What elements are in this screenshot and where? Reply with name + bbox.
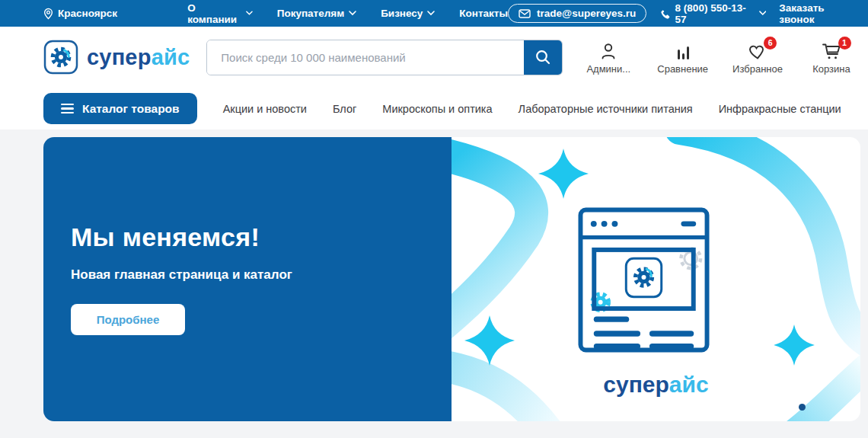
nav-link-blog[interactable]: Блог [333,103,356,115]
sparkle-icon [774,325,815,366]
city-label: Красноярск [58,8,117,19]
compare-label: Сравнение [657,63,708,75]
search-icon [535,49,551,66]
header-action-favorites[interactable]: 6 Избранное [732,40,783,75]
decorative-dot [799,404,806,411]
banner-text-panel: Мы меняемся! Новая главная страница и ка… [43,137,452,421]
sparkle-icon [538,149,589,199]
email-text: trade@supereyes.ru [537,8,636,19]
header-action-compare[interactable]: Сравнение [657,40,708,75]
banner-brand-text: суперайс [452,372,860,398]
account-label: Админи... [586,63,630,75]
logo-gear-icon [43,40,78,75]
catalog-button[interactable]: Каталог товаров [43,93,197,124]
email-link[interactable]: trade@supereyes.ru [508,4,646,23]
banner-illustration-panel: суперайс [452,137,860,421]
banner-details-button[interactable]: Подробнее [71,304,185,335]
promo-banner[interactable]: Мы меняемся! Новая главная страница и ка… [43,137,860,421]
header-action-cart[interactable]: 1 Корзина [807,40,856,75]
user-icon [599,42,617,61]
search-bar [206,40,563,75]
search-input[interactable] [207,40,524,75]
cart-badge: 1 [838,37,851,50]
chevron-down-icon [349,11,356,16]
topbar-item-business[interactable]: Бизнесу [381,8,435,19]
nav-link-microscopes[interactable]: Микроскопы и оптика [382,103,492,115]
chevron-down-icon [427,11,435,16]
banner-subtitle: Новая главная страница и каталог [71,267,429,283]
city-selector[interactable]: Красноярск [43,8,117,20]
callback-button[interactable]: Заказать звонок [779,2,859,25]
hamburger-icon [61,104,74,114]
bar-chart-icon [674,42,692,61]
topbar-item-customers[interactable]: Покупателям [277,8,356,19]
location-pin-icon [43,8,53,20]
nav-link-ir-stations[interactable]: Инфракрасные станции [719,103,841,115]
header-action-account[interactable]: Админи... [584,40,633,75]
phone-number[interactable]: 8 (800) 550-13-57 [659,2,766,25]
browser-window-illustration [578,207,710,353]
nav-link-promos[interactable]: Акции и новости [223,103,307,115]
nav-link-power-supplies[interactable]: Лабораторные источники питания [519,103,693,115]
banner-title: Мы меняемся! [71,222,429,252]
favorites-badge: 6 [764,37,777,50]
chevron-down-icon [246,11,253,16]
topbar-menu: О компании Покупателям Бизнесу Контакты [187,2,508,25]
search-button[interactable] [524,40,562,75]
topbar-right: trade@supereyes.ru 8 (800) 550-13-57 Зак… [508,2,859,25]
cart-label: Корзина [812,63,850,75]
logo-text: суперайс [87,45,190,70]
catalog-button-label: Каталог товаров [82,102,180,116]
favorites-label: Избранное [732,63,783,75]
chevron-down-icon [759,11,767,16]
envelope-icon [519,9,531,18]
header: суперайс Админи... [0,27,868,88]
topbar-item-company[interactable]: О компании [187,2,253,25]
main-content: Мы меняемся! Новая главная страница и ка… [0,129,868,438]
topbar-item-contacts[interactable]: Контакты [459,8,508,19]
logo[interactable]: суперайс [43,40,190,75]
phone-text: 8 (800) 550-13-57 [675,2,754,25]
header-actions: Админи... Сравнение 6 Избранное [584,40,860,75]
topbar: Красноярск О компании Покупателям Бизнес… [0,0,868,27]
main-nav: Каталог товаров Акции и новости Блог Мик… [0,88,868,129]
phone-icon [659,8,669,19]
